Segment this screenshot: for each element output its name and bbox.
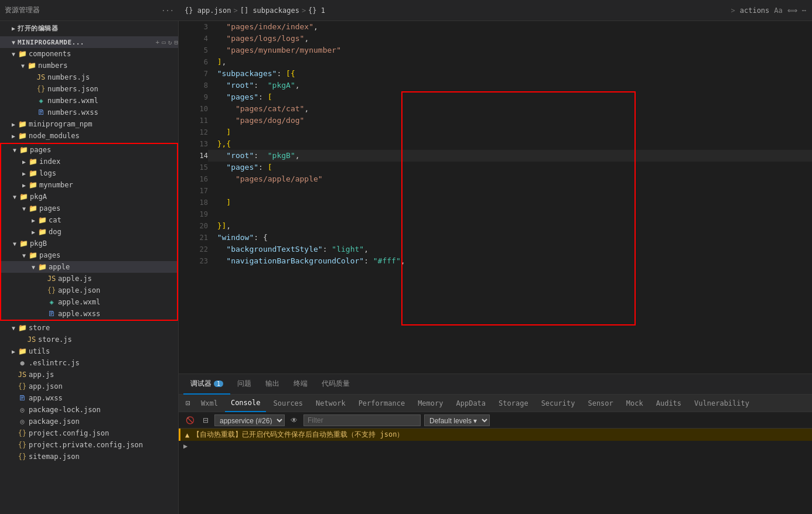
sidebar-item-pkgB[interactable]: ▼ 📁 pkgB xyxy=(1,238,177,249)
sidebar-item-sitemap[interactable]: {} sitemap.json xyxy=(0,451,178,462)
sidebar-item-numbers-wxss[interactable]: 🖹 numbers.wxss xyxy=(0,107,178,118)
json-icon: {} xyxy=(18,382,27,390)
devtools-tab-security[interactable]: Security xyxy=(535,395,581,412)
devtools-tab-sources[interactable]: Sources xyxy=(267,395,309,412)
more-icon[interactable]: ⋯ xyxy=(802,6,806,15)
appdata-tab-label: AppData xyxy=(456,399,486,407)
prompt-arrow: ▶ xyxy=(183,442,187,450)
devtools-tab-storage[interactable]: Storage xyxy=(493,395,534,412)
sidebar-item-node-modules[interactable]: ▶ 📁 node_modules xyxy=(0,130,178,142)
tab-debugger[interactable]: 调试器 1 xyxy=(183,374,230,395)
sidebar-item-app-wxss[interactable]: 🖹 app.wxss xyxy=(0,392,178,404)
breadcrumb-key[interactable]: [] subpackages xyxy=(240,6,299,15)
log-level-select[interactable]: Default levels ▾ xyxy=(424,414,490,426)
sidebar-item-utils[interactable]: ▶ 📁 utils xyxy=(0,345,178,357)
breadcrumb-index[interactable]: {} 1 xyxy=(308,6,325,15)
tab-problems[interactable]: 问题 xyxy=(230,374,258,395)
sidebar-item-numbers-json[interactable]: {} numbers.json xyxy=(0,83,178,95)
devtools-tab-sensor[interactable]: Sensor xyxy=(582,395,619,412)
devtools-tab-network[interactable]: Network xyxy=(310,395,352,412)
collapse-icon[interactable]: ⊟ xyxy=(174,39,178,46)
line-number: 22 xyxy=(179,244,208,255)
sidebar-ellipsis[interactable]: ··· xyxy=(161,6,174,15)
line-number: 13 xyxy=(179,138,208,150)
console-filter-input[interactable] xyxy=(303,414,421,426)
sidebar-item-index[interactable]: ▶ 📁 index xyxy=(1,156,177,167)
sidebar-item-store-js[interactable]: JS store.js xyxy=(0,334,178,345)
folder-icon: 📁 xyxy=(18,324,27,332)
open-editors-header[interactable]: ▶ 打开的编辑器 xyxy=(0,22,178,34)
sidebar-item-package-json[interactable]: ◎ package.json xyxy=(0,416,178,427)
devtools-tab-audits[interactable]: Audits xyxy=(650,395,687,412)
sidebar-item-apple-wxml[interactable]: ◈ apple.wxml xyxy=(1,296,177,308)
sidebar-item-apple-js[interactable]: JS apple.js xyxy=(1,273,177,285)
console-output[interactable]: ▲ 【自动热重载】已开启代码文件保存后自动热重载（不支持 json） ▶ xyxy=(179,429,812,514)
new-folder-icon[interactable]: ▭ xyxy=(162,39,166,46)
sources-tab-label: Sources xyxy=(273,399,303,407)
code-content: "window": { xyxy=(208,232,812,244)
sidebar-item-project-config[interactable]: {} project.config.json xyxy=(0,427,178,439)
folder-icon: 📁 xyxy=(18,50,27,58)
editor-content[interactable]: 3 "pages/index/index", 4 "pages/logs/log… xyxy=(179,21,812,373)
context-select[interactable]: appservice (#26) xyxy=(214,414,285,426)
line-number: 15 xyxy=(179,162,208,173)
sidebar-item-dog[interactable]: ▶ 📁 dog xyxy=(1,226,177,238)
sidebar-item-mynumber[interactable]: ▶ 📁 mynumber xyxy=(1,179,177,191)
devtools-tab-vulnerability[interactable]: Vulnerability xyxy=(688,395,755,412)
tab-terminal[interactable]: 终端 xyxy=(286,374,315,395)
code-content: ] xyxy=(208,197,812,208)
sidebar-item-pkgA-pages[interactable]: ▼ 📁 pages xyxy=(1,203,177,214)
sidebar-item-pkgA[interactable]: ▼ 📁 pkgA xyxy=(1,191,177,203)
project-header[interactable]: ▼ MINIPROGRAMDE... + ▭ ↻ ⊟ xyxy=(0,36,178,48)
sidebar-item-numbers-js[interactable]: JS numbers.js xyxy=(0,71,178,83)
devtools-tab-wxml[interactable]: Wxml xyxy=(195,395,224,412)
folder-icon: 📁 xyxy=(37,228,47,236)
sidebar-item-components[interactable]: ▼ 📁 components xyxy=(0,48,178,60)
tab-output[interactable]: 输出 xyxy=(258,374,286,395)
sidebar-item-apple-json[interactable]: {} apple.json xyxy=(1,285,177,296)
sidebar-item-store[interactable]: ▼ 📁 store xyxy=(0,322,178,334)
devtools-tab-performance[interactable]: Performance xyxy=(353,395,411,412)
sidebar-item-apple[interactable]: ▼ 📁 apple xyxy=(1,261,177,273)
eye-icon-button[interactable]: 👁 xyxy=(288,415,300,426)
code-line-3: 3 "pages/index/index", xyxy=(179,21,812,33)
node-modules-label: node_modules xyxy=(29,132,178,140)
folder-icon: 📁 xyxy=(19,239,28,248)
refresh-icon[interactable]: ↻ xyxy=(168,39,172,46)
devtools-tab-memory[interactable]: Memory xyxy=(412,395,449,412)
sidebar-item-project-private[interactable]: {} project.private.config.json xyxy=(0,439,178,451)
sidebar-item-logs[interactable]: ▶ 📁 logs xyxy=(1,167,177,179)
sidebar-item-pkgB-pages[interactable]: ▼ 📁 pages xyxy=(1,249,177,261)
apple-json-label: apple.json xyxy=(58,286,177,294)
tab-quality[interactable]: 代码质量 xyxy=(315,374,357,395)
sidebar-item-pages[interactable]: ▼ 📁 pages xyxy=(1,144,177,156)
sidebar-item-package-lock[interactable]: ◎ package-lock.json xyxy=(0,404,178,416)
tab-output-label: 输出 xyxy=(265,379,279,389)
warning-text: 【自动热重载】已开启代码文件保存后自动热重载（不支持 json） xyxy=(193,430,404,440)
new-file-icon[interactable]: + xyxy=(156,39,160,46)
sidebar-item-miniprogram-npm[interactable]: ▶ 📁 miniprogram_npm xyxy=(0,118,178,130)
actions-button[interactable]: > actions Aa ⟺ ⋯ xyxy=(731,6,807,15)
sidebar-item-apple-wxss[interactable]: 🖹 apple.wxss xyxy=(1,308,177,320)
sidebar-item-app-json[interactable]: {} app.json xyxy=(0,381,178,392)
devtools-tab-console[interactable]: Console xyxy=(225,395,267,412)
devtools-tab-appdata[interactable]: AppData xyxy=(450,395,492,412)
code-content xyxy=(208,185,812,197)
sidebar-item-numbers-wxml[interactable]: ◈ numbers.wxml xyxy=(0,95,178,107)
package-lock-label: package-lock.json xyxy=(29,406,178,414)
sidebar-item-app-js[interactable]: JS app.js xyxy=(0,369,178,381)
open-editors-section: ▶ 打开的编辑器 xyxy=(0,21,178,35)
console-prompt[interactable]: ▶ xyxy=(179,441,812,451)
actions-label: actions xyxy=(740,6,770,15)
code-content: ], xyxy=(208,56,812,68)
code-line-8: 8 "root": "pkgA", xyxy=(179,80,812,91)
devtools-tab-mock[interactable]: Mock xyxy=(620,395,649,412)
sidebar-item-eslintrc[interactable]: ● .eslintrc.js xyxy=(0,357,178,369)
clear-console-button[interactable]: 🚫 xyxy=(183,415,197,426)
wxss-icon: 🖹 xyxy=(18,394,27,402)
filter-toggle-button[interactable]: ⊟ xyxy=(200,415,211,426)
sidebar-item-numbers-folder[interactable]: ▼ 📁 numbers xyxy=(0,60,178,71)
devtools-pointer-icon[interactable]: ⊡ xyxy=(183,399,193,408)
breadcrumb-file[interactable]: {} app.json xyxy=(185,6,231,15)
sidebar-item-cat[interactable]: ▶ 📁 cat xyxy=(1,214,177,226)
